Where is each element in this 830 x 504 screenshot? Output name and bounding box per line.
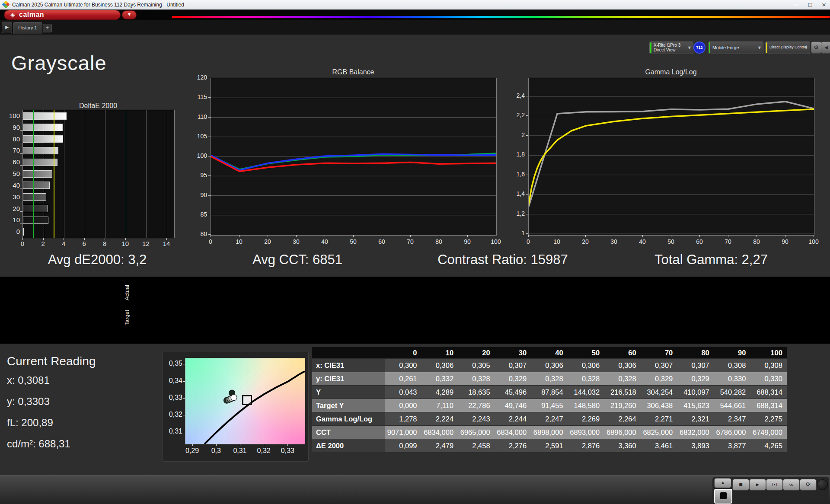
window-titlebar: Calman 2025 Calman Ultimate for Business… (0, 0, 830, 10)
rgb-balance-chart (211, 78, 497, 236)
cell: 216,518 (604, 386, 641, 399)
cell: 91,455 (531, 399, 568, 412)
cie-y-label: 0,31 (166, 427, 182, 435)
actual-row-label: Actual (124, 280, 130, 305)
cell: 0,099 (385, 439, 421, 452)
cell: 2,243 (458, 412, 495, 425)
cell: 0,328 (531, 372, 568, 385)
play-button[interactable]: ▶ (749, 479, 766, 491)
x-tick-label: 30 (287, 238, 305, 245)
cie-x-tick (192, 444, 193, 446)
calman-menu-dropdown[interactable]: ▼ (122, 11, 136, 19)
settings-button[interactable]: ⚙ (811, 41, 821, 54)
meter-mode: Direct View (654, 48, 675, 52)
y-tick-mark (526, 233, 528, 234)
column-header: 20 (458, 347, 495, 358)
stat-contrast-ratio: Contrast Ratio: 15987 (423, 252, 583, 268)
minimize-button[interactable]: — (790, 0, 802, 9)
table-corner-cell (312, 347, 385, 358)
x-tick-mark (728, 235, 728, 237)
calman-menu-button[interactable]: ◈ calman (4, 10, 120, 19)
meter-select-x-rite[interactable]: X-Rite i1Pro 3 Direct View ▼ (649, 41, 693, 54)
tab-history-1[interactable]: History 1 (13, 22, 42, 34)
bar (23, 112, 67, 120)
cell: 9071,000 (385, 426, 421, 439)
step-button[interactable]: [∙] (766, 479, 783, 491)
close-button[interactable]: × (818, 0, 830, 9)
grayscale-swatch-strip: Actual Target 0102030405060708090100 (0, 277, 830, 344)
maximize-button[interactable]: □ (804, 0, 816, 9)
y-tick-label: 80 (191, 230, 207, 237)
column-header: 30 (495, 347, 531, 358)
meter-count-badge[interactable]: 712 (693, 41, 706, 54)
cie-y-tick (183, 364, 185, 364)
y-tick-mark (20, 153, 22, 154)
y-tick-label: 85 (191, 211, 207, 218)
cell: 0,306 (604, 359, 641, 372)
line-chart-svg (529, 78, 814, 235)
x-tick-mark (585, 235, 586, 237)
layout-nav-button[interactable]: ▶ (2, 22, 12, 33)
collapse-pattern-button[interactable]: ▲ (714, 478, 731, 488)
cell: 2,244 (495, 412, 531, 425)
cell: 4,289 (421, 386, 458, 399)
continuous-button[interactable]: ∞ (783, 479, 800, 491)
display-control-select[interactable]: Direct Display Control ▼ (765, 41, 810, 54)
grayscale-data-table: 0102030405060708090100x: CIE310,3000,306… (312, 347, 787, 453)
x-tick-mark (211, 235, 211, 237)
y-tick-mark (20, 188, 22, 188)
y-tick-label: 1,2 (508, 210, 525, 217)
cie-y-label: 0,34 (166, 377, 182, 385)
x-tick-label: 2 (37, 240, 50, 247)
cell: 0,328 (568, 372, 604, 385)
row-label: y: CIE31 (312, 372, 385, 385)
pattern-window-button[interactable] (714, 489, 732, 504)
stat-avg-de2000: Avg dE2000: 3,2 (26, 252, 169, 268)
y-tick-label: 60 (3, 158, 20, 166)
table-header-row: 0102030405060708090100 (312, 347, 787, 358)
chevron-left-icon: ◀ (824, 45, 828, 50)
x-tick-label: 40 (634, 238, 651, 245)
calman-logo-text: calman (19, 11, 44, 19)
column-header: 40 (531, 347, 568, 358)
bar (23, 193, 46, 201)
column-header: 100 (750, 347, 787, 358)
cell: 0,328 (604, 372, 641, 385)
cell: 3,360 (604, 439, 641, 452)
loop-button[interactable]: ⟳ (800, 479, 817, 491)
cell: 0,307 (641, 359, 677, 372)
bar (23, 124, 63, 131)
cell: 0,329 (641, 372, 677, 385)
cell: 148,580 (568, 399, 604, 412)
y-tick-label: 0 (3, 228, 20, 235)
gamma-chart-title: Gamma Log/Log (528, 68, 814, 76)
y-tick-mark (20, 200, 22, 200)
cell: 415,623 (677, 399, 714, 412)
pattern-source-select[interactable]: Mobile Forge ▼ (708, 41, 763, 54)
cell: 304,254 (641, 386, 677, 399)
chevron-up-icon: ▲ (721, 481, 724, 485)
x-tick-mark (467, 235, 468, 237)
x-tick-mark (22, 238, 23, 240)
y-tick-mark (20, 223, 22, 223)
cell: 306,438 (641, 399, 677, 412)
y-tick-mark (208, 175, 211, 176)
y-tick-label: 2,4 (508, 92, 525, 99)
y-tick-label: 105 (191, 133, 207, 140)
cell: 7,110 (421, 399, 458, 412)
y-tick-mark (526, 175, 528, 175)
deltae-chart-title: DeltaE 2000 (22, 102, 174, 110)
x-tick-mark (166, 238, 167, 240)
collapse-panel-button[interactable]: ◀ (821, 41, 830, 54)
stop-button[interactable]: ■ (732, 479, 749, 491)
y-tick-mark (526, 96, 528, 96)
gear-icon: ⚙ (814, 44, 819, 51)
gamma-chart (528, 78, 814, 236)
cell: 0,043 (385, 386, 421, 399)
add-tab-button[interactable]: + (43, 24, 52, 32)
y-tick-label: 95 (191, 172, 207, 179)
x-tick-mark (699, 235, 700, 237)
page-title: Grayscale (11, 51, 107, 75)
x-tick-mark (353, 235, 354, 237)
x-tick-mark (146, 238, 146, 240)
